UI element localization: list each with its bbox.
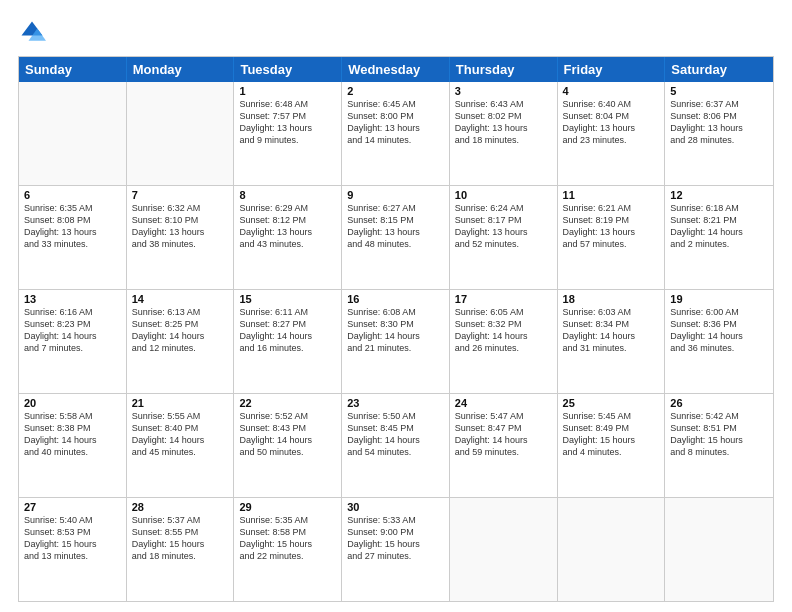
day-info: Sunrise: 6:00 AM Sunset: 8:36 PM Dayligh… [670,306,768,355]
day-number: 10 [455,189,552,201]
calendar-body: 1Sunrise: 6:48 AM Sunset: 7:57 PM Daylig… [19,82,773,601]
day-number: 3 [455,85,552,97]
day-number: 15 [239,293,336,305]
calendar-header-cell: Saturday [665,57,773,82]
calendar-cell: 11Sunrise: 6:21 AM Sunset: 8:19 PM Dayli… [558,186,666,289]
day-info: Sunrise: 5:55 AM Sunset: 8:40 PM Dayligh… [132,410,229,459]
day-number: 27 [24,501,121,513]
day-number: 12 [670,189,768,201]
calendar-cell: 25Sunrise: 5:45 AM Sunset: 8:49 PM Dayli… [558,394,666,497]
day-info: Sunrise: 5:42 AM Sunset: 8:51 PM Dayligh… [670,410,768,459]
calendar-header: SundayMondayTuesdayWednesdayThursdayFrid… [19,57,773,82]
day-info: Sunrise: 5:47 AM Sunset: 8:47 PM Dayligh… [455,410,552,459]
day-info: Sunrise: 6:27 AM Sunset: 8:15 PM Dayligh… [347,202,444,251]
day-number: 29 [239,501,336,513]
day-info: Sunrise: 6:32 AM Sunset: 8:10 PM Dayligh… [132,202,229,251]
day-info: Sunrise: 6:08 AM Sunset: 8:30 PM Dayligh… [347,306,444,355]
calendar-cell [450,498,558,601]
day-number: 25 [563,397,660,409]
day-number: 9 [347,189,444,201]
page: SundayMondayTuesdayWednesdayThursdayFrid… [0,0,792,612]
day-info: Sunrise: 5:50 AM Sunset: 8:45 PM Dayligh… [347,410,444,459]
calendar-cell: 10Sunrise: 6:24 AM Sunset: 8:17 PM Dayli… [450,186,558,289]
day-info: Sunrise: 6:16 AM Sunset: 8:23 PM Dayligh… [24,306,121,355]
calendar-cell: 17Sunrise: 6:05 AM Sunset: 8:32 PM Dayli… [450,290,558,393]
day-number: 20 [24,397,121,409]
day-number: 23 [347,397,444,409]
day-number: 16 [347,293,444,305]
calendar-cell: 23Sunrise: 5:50 AM Sunset: 8:45 PM Dayli… [342,394,450,497]
day-number: 7 [132,189,229,201]
calendar-cell: 26Sunrise: 5:42 AM Sunset: 8:51 PM Dayli… [665,394,773,497]
calendar-cell: 5Sunrise: 6:37 AM Sunset: 8:06 PM Daylig… [665,82,773,185]
day-info: Sunrise: 6:43 AM Sunset: 8:02 PM Dayligh… [455,98,552,147]
day-number: 8 [239,189,336,201]
day-info: Sunrise: 5:33 AM Sunset: 9:00 PM Dayligh… [347,514,444,563]
day-number: 2 [347,85,444,97]
calendar-cell: 13Sunrise: 6:16 AM Sunset: 8:23 PM Dayli… [19,290,127,393]
calendar-row: 20Sunrise: 5:58 AM Sunset: 8:38 PM Dayli… [19,394,773,498]
day-info: Sunrise: 5:58 AM Sunset: 8:38 PM Dayligh… [24,410,121,459]
day-number: 17 [455,293,552,305]
calendar-cell: 27Sunrise: 5:40 AM Sunset: 8:53 PM Dayli… [19,498,127,601]
day-number: 22 [239,397,336,409]
calendar-cell [558,498,666,601]
calendar-row: 6Sunrise: 6:35 AM Sunset: 8:08 PM Daylig… [19,186,773,290]
calendar-header-cell: Friday [558,57,666,82]
day-number: 30 [347,501,444,513]
calendar-cell: 1Sunrise: 6:48 AM Sunset: 7:57 PM Daylig… [234,82,342,185]
calendar-cell: 3Sunrise: 6:43 AM Sunset: 8:02 PM Daylig… [450,82,558,185]
calendar-cell: 22Sunrise: 5:52 AM Sunset: 8:43 PM Dayli… [234,394,342,497]
calendar-header-cell: Sunday [19,57,127,82]
calendar-cell: 30Sunrise: 5:33 AM Sunset: 9:00 PM Dayli… [342,498,450,601]
calendar: SundayMondayTuesdayWednesdayThursdayFrid… [18,56,774,602]
day-number: 24 [455,397,552,409]
logo-icon [18,18,46,46]
calendar-cell: 16Sunrise: 6:08 AM Sunset: 8:30 PM Dayli… [342,290,450,393]
calendar-cell: 8Sunrise: 6:29 AM Sunset: 8:12 PM Daylig… [234,186,342,289]
day-info: Sunrise: 5:40 AM Sunset: 8:53 PM Dayligh… [24,514,121,563]
day-number: 14 [132,293,229,305]
day-number: 19 [670,293,768,305]
day-info: Sunrise: 5:45 AM Sunset: 8:49 PM Dayligh… [563,410,660,459]
day-info: Sunrise: 6:11 AM Sunset: 8:27 PM Dayligh… [239,306,336,355]
calendar-cell: 24Sunrise: 5:47 AM Sunset: 8:47 PM Dayli… [450,394,558,497]
day-number: 28 [132,501,229,513]
day-number: 18 [563,293,660,305]
calendar-cell: 15Sunrise: 6:11 AM Sunset: 8:27 PM Dayli… [234,290,342,393]
day-number: 1 [239,85,336,97]
header [18,18,774,46]
calendar-header-cell: Monday [127,57,235,82]
day-info: Sunrise: 5:37 AM Sunset: 8:55 PM Dayligh… [132,514,229,563]
calendar-cell: 4Sunrise: 6:40 AM Sunset: 8:04 PM Daylig… [558,82,666,185]
day-info: Sunrise: 6:24 AM Sunset: 8:17 PM Dayligh… [455,202,552,251]
day-info: Sunrise: 6:29 AM Sunset: 8:12 PM Dayligh… [239,202,336,251]
day-info: Sunrise: 6:37 AM Sunset: 8:06 PM Dayligh… [670,98,768,147]
day-info: Sunrise: 6:40 AM Sunset: 8:04 PM Dayligh… [563,98,660,147]
day-number: 26 [670,397,768,409]
calendar-cell: 19Sunrise: 6:00 AM Sunset: 8:36 PM Dayli… [665,290,773,393]
day-info: Sunrise: 6:35 AM Sunset: 8:08 PM Dayligh… [24,202,121,251]
calendar-row: 27Sunrise: 5:40 AM Sunset: 8:53 PM Dayli… [19,498,773,601]
calendar-cell: 12Sunrise: 6:18 AM Sunset: 8:21 PM Dayli… [665,186,773,289]
calendar-cell [127,82,235,185]
calendar-cell: 18Sunrise: 6:03 AM Sunset: 8:34 PM Dayli… [558,290,666,393]
day-info: Sunrise: 6:45 AM Sunset: 8:00 PM Dayligh… [347,98,444,147]
calendar-header-cell: Tuesday [234,57,342,82]
calendar-cell: 7Sunrise: 6:32 AM Sunset: 8:10 PM Daylig… [127,186,235,289]
day-number: 13 [24,293,121,305]
day-info: Sunrise: 5:35 AM Sunset: 8:58 PM Dayligh… [239,514,336,563]
day-info: Sunrise: 6:03 AM Sunset: 8:34 PM Dayligh… [563,306,660,355]
calendar-cell: 6Sunrise: 6:35 AM Sunset: 8:08 PM Daylig… [19,186,127,289]
calendar-row: 13Sunrise: 6:16 AM Sunset: 8:23 PM Dayli… [19,290,773,394]
calendar-cell [665,498,773,601]
day-number: 4 [563,85,660,97]
calendar-header-cell: Wednesday [342,57,450,82]
day-info: Sunrise: 6:05 AM Sunset: 8:32 PM Dayligh… [455,306,552,355]
calendar-cell: 14Sunrise: 6:13 AM Sunset: 8:25 PM Dayli… [127,290,235,393]
day-info: Sunrise: 6:18 AM Sunset: 8:21 PM Dayligh… [670,202,768,251]
calendar-cell: 2Sunrise: 6:45 AM Sunset: 8:00 PM Daylig… [342,82,450,185]
day-number: 21 [132,397,229,409]
day-number: 11 [563,189,660,201]
calendar-cell [19,82,127,185]
